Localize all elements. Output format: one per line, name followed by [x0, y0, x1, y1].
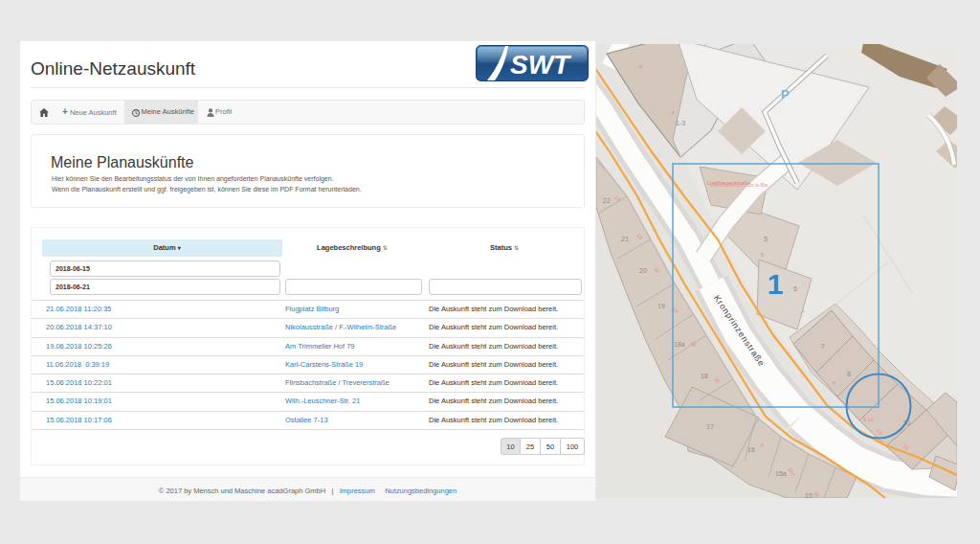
svg-text:1-3: 1-3 — [676, 120, 685, 126]
svg-text:6: 6 — [793, 285, 797, 292]
svg-text:22: 22 — [603, 197, 611, 204]
svg-text:P: P — [781, 87, 790, 102]
svg-text:15: 15 — [805, 492, 813, 498]
svg-text:20: 20 — [639, 267, 647, 274]
svg-text:18: 18 — [701, 373, 708, 379]
svg-text:SWT: SWT — [510, 50, 572, 79]
svg-text:8: 8 — [847, 371, 851, 377]
svg-text:21: 21 — [621, 236, 629, 242]
svg-text:9 10: 9 10 — [863, 417, 874, 422]
svg-text:7: 7 — [821, 343, 825, 350]
svg-text:5: 5 — [764, 236, 768, 242]
svg-text:1: 1 — [768, 268, 784, 300]
svg-text:17: 17 — [706, 423, 714, 430]
svg-text:19: 19 — [657, 303, 665, 309]
svg-text:18a: 18a — [674, 341, 685, 348]
svg-text:5: 5 — [761, 252, 764, 258]
svg-text:16: 16 — [747, 446, 755, 453]
svg-text:Liebfrauenstr.-Str.a-Ba: Liebfrauenstr.-Str.a-Ba — [710, 182, 768, 188]
svg-text:15a: 15a — [775, 470, 787, 477]
